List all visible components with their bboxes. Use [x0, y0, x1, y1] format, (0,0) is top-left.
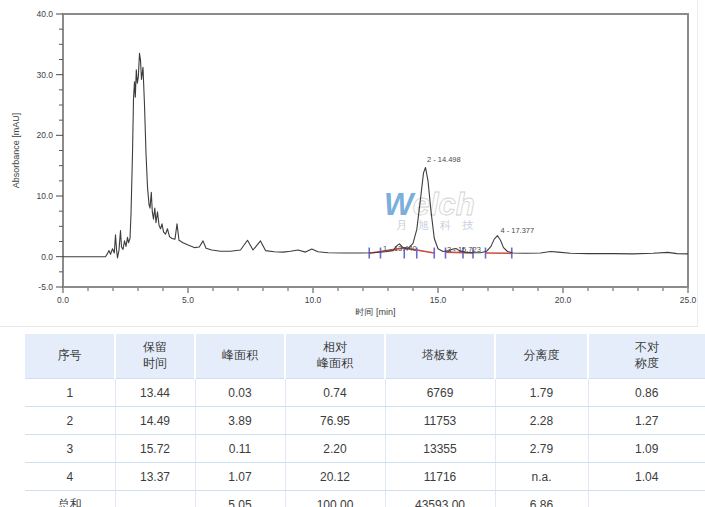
chromatogram-trace — [63, 53, 688, 258]
column-header-resolution: 分离度 — [495, 334, 588, 379]
results-table-header: 序号 保留 时间 峰面积 相对 峰面积 塔板数 分离度 不对 称度 — [25, 334, 705, 379]
peak-results-table: 序号 保留 时间 峰面积 相对 峰面积 塔板数 分离度 不对 称度 113.44… — [25, 334, 705, 507]
y-axis-tick-label: -5.0 — [38, 282, 53, 292]
table-row: 总和5.05100.0043593.006.86 — [25, 491, 705, 507]
table-cell — [588, 491, 705, 507]
y-axis-tick-label: 0.0 — [41, 252, 53, 262]
table-cell — [115, 491, 195, 507]
table-cell: 11716 — [385, 463, 495, 491]
table-cell: 100.00 — [285, 491, 385, 507]
table-row: 113.440.030.7467691.790.86 — [25, 379, 705, 407]
column-header-retention-time: 保留 时间 — [115, 334, 195, 379]
table-cell: 13355 — [385, 435, 495, 463]
table-cell: 4 — [25, 463, 115, 491]
watermark-subtext: 月 旭 科 技 — [396, 219, 477, 231]
table-cell: 1.07 — [195, 463, 285, 491]
table-cell: 13.44 — [115, 379, 195, 407]
column-header-asymmetry: 不对 称度 — [588, 334, 705, 379]
peak-label-2: 2 - 14.498 — [427, 155, 461, 164]
y-axis-tick-label: 30.0 — [36, 70, 53, 80]
y-axis-tick-label: 10.0 — [36, 191, 53, 201]
peak-label-3: 3 - 15.723 — [447, 245, 481, 254]
table-cell: 0.11 — [195, 435, 285, 463]
table-cell: 1.27 — [588, 407, 705, 435]
peak-label-1: 1 - 13.440 — [383, 244, 417, 253]
peak-label-4: 4 - 17.377 — [500, 226, 534, 235]
table-cell: 76.95 — [285, 407, 385, 435]
table-cell: 1.09 — [588, 435, 705, 463]
x-axis-title: 时间 [min] — [355, 307, 395, 317]
x-axis-tick-label: 0.0 — [57, 295, 69, 305]
y-axis: -5.00.010.020.030.040.0 — [36, 9, 63, 292]
table-row: 315.720.112.20133552.791.09 — [25, 435, 705, 463]
table-cell: 6769 — [385, 379, 495, 407]
column-header-index: 序号 — [25, 334, 115, 379]
table-cell: 6.86 — [495, 491, 588, 507]
column-header-plate-number: 塔板数 — [385, 334, 495, 379]
results-table-body: 113.440.030.7467691.790.86214.493.8976.9… — [25, 379, 705, 507]
x-axis-tick-label: 5.0 — [182, 295, 194, 305]
table-cell: 1.79 — [495, 379, 588, 407]
table-cell: 3.89 — [195, 407, 285, 435]
y-axis-title: Absorbance [mAU] — [11, 113, 21, 189]
table-row: 413.371.0720.1211716n.a.1.04 — [25, 463, 705, 491]
chromatogram-panel: -5.00.010.020.030.040.0Absorbance [mAU]0… — [0, 0, 698, 327]
table-cell: 2.79 — [495, 435, 588, 463]
table-cell: 0.86 — [588, 379, 705, 407]
chromatogram-chart: -5.00.010.020.030.040.0Absorbance [mAU]0… — [0, 0, 705, 326]
x-axis-tick-label: 10.0 — [305, 295, 322, 305]
welch-logo-letters: elch — [413, 187, 475, 222]
table-cell: 3 — [25, 435, 115, 463]
y-axis-tick-label: 20.0 — [36, 130, 53, 140]
table-cell: 5.05 — [195, 491, 285, 507]
table-cell: 20.12 — [285, 463, 385, 491]
table-row: 214.493.8976.95117532.281.27 — [25, 407, 705, 435]
x-axis-tick-label: 20.0 — [555, 295, 572, 305]
x-axis: 0.05.010.015.020.025.0 — [57, 288, 696, 305]
report-page: { "watermark": { "brand_first_letter": "… — [0, 0, 705, 507]
column-header-relative-peak-area: 相对 峰面积 — [285, 334, 385, 379]
y-axis-tick-label: 40.0 — [36, 9, 53, 19]
table-cell: 1.04 — [588, 463, 705, 491]
table-cell: 2.20 — [285, 435, 385, 463]
table-cell: 14.49 — [115, 407, 195, 435]
x-axis-tick-label: 25.0 — [680, 295, 697, 305]
table-cell: 2 — [25, 407, 115, 435]
table-cell: 总和 — [25, 491, 115, 507]
x-axis-tick-label: 15.0 — [430, 295, 447, 305]
column-header-peak-area: 峰面积 — [195, 334, 285, 379]
table-cell: 0.03 — [195, 379, 285, 407]
table-cell: 1 — [25, 379, 115, 407]
plot-frame — [63, 14, 688, 287]
table-cell: 0.74 — [285, 379, 385, 407]
table-cell: 11753 — [385, 407, 495, 435]
table-cell: 43593.00 — [385, 491, 495, 507]
table-cell: 2.28 — [495, 407, 588, 435]
table-cell: n.a. — [495, 463, 588, 491]
table-cell: 15.72 — [115, 435, 195, 463]
table-cell: 13.37 — [115, 463, 195, 491]
welch-logo-letter-w: W — [384, 187, 416, 222]
header-row: 序号 保留 时间 峰面积 相对 峰面积 塔板数 分离度 不对 称度 — [25, 334, 705, 379]
